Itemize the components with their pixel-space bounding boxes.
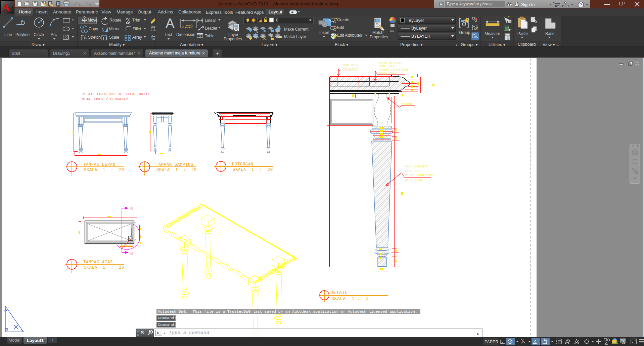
svg-text:ByLayer: ByLayer — [409, 18, 424, 23]
svg-text:A: A — [166, 16, 175, 31]
svg-text:Stretch: Stretch — [88, 35, 101, 40]
svg-text:FLORA FURNITURE: FLORA FURNITURE — [405, 174, 434, 177]
svg-text:Leader: Leader — [205, 26, 217, 31]
svg-text:Circle: Circle — [34, 32, 44, 37]
svg-text:Rotate: Rotate — [109, 18, 122, 23]
svg-text:TOP MEJA: TOP MEJA — [343, 64, 359, 67]
svg-text:ByLayer: ByLayer — [411, 26, 427, 31]
svg-text:!: ! — [624, 342, 625, 344]
svg-text:Fillet: Fillet — [133, 27, 141, 31]
svg-text:Properties: Properties — [224, 37, 242, 41]
svg-text:Arc: Arc — [51, 32, 57, 37]
svg-text:0631-Y03R: 0631-Y03R — [379, 71, 397, 75]
svg-text:DETAIL: DETAIL — [330, 290, 348, 295]
svg-text:Create: Create — [337, 17, 349, 22]
svg-text:MEJA DOSEN / PENGAJAR: MEJA DOSEN / PENGAJAR — [82, 97, 128, 101]
svg-text:Edit Attributes: Edit Attributes — [337, 33, 362, 38]
svg-text:TAMPAK ATAS: TAMPAK ATAS — [83, 260, 113, 265]
svg-text:Layer: Layer — [228, 32, 238, 37]
svg-text:Edit: Edit — [337, 25, 344, 30]
svg-text:Match: Match — [372, 30, 383, 35]
svg-text:?: ? — [580, 2, 582, 7]
svg-text:Group: Group — [459, 30, 470, 35]
svg-text:Polyline: Polyline — [15, 32, 30, 37]
svg-text:SKALA 1 : 2: SKALA 1 : 2 — [331, 296, 369, 301]
svg-text:BYLAYER: BYLAYER — [411, 34, 430, 39]
svg-text:Properties: Properties — [370, 35, 388, 39]
svg-text:Text: Text — [165, 32, 172, 37]
svg-text:SKALA 1 : 20: SKALA 1 : 20 — [156, 168, 197, 172]
svg-text:SKALA 1 : 20: SKALA 1 : 20 — [84, 168, 124, 172]
svg-text:Scale: Scale — [109, 35, 119, 40]
svg-text:B: B — [130, 206, 133, 212]
svg-text:Match Layer: Match Layer — [284, 34, 306, 39]
svg-text:Sign In: Sign In — [521, 2, 535, 7]
svg-text:Array: Array — [132, 35, 142, 40]
svg-text:FIN. CAT: FIN. CAT — [405, 169, 420, 173]
svg-text:TAMPAK SAMPING: TAMPAK SAMPING — [156, 162, 193, 167]
svg-text:SKALA 1 : 20: SKALA 1 : 20 — [233, 167, 273, 172]
svg-text:TEAKWOOD: TEAKWOOD — [343, 68, 359, 71]
svg-text:Table: Table — [205, 34, 215, 38]
svg-text:Mirror: Mirror — [109, 27, 120, 31]
svg-text:Move: Move — [88, 18, 98, 23]
svg-text:Base: Base — [545, 31, 555, 36]
svg-text:Make Current: Make Current — [284, 27, 309, 32]
svg-text:Insert: Insert — [319, 30, 330, 35]
svg-text:2D: 2D — [636, 153, 639, 156]
svg-text:B: B — [130, 251, 133, 256]
svg-text:PAPER: PAPER — [485, 340, 498, 344]
svg-text:Line: Line — [4, 32, 12, 37]
svg-text:Dimension: Dimension — [176, 32, 195, 37]
svg-text:TAMPAK DEPAN: TAMPAK DEPAN — [83, 162, 116, 167]
svg-text:Copy: Copy — [89, 27, 98, 31]
svg-text:POTONGAN: POTONGAN — [232, 162, 254, 167]
svg-text:Measure: Measure — [485, 31, 500, 36]
svg-text:Paste: Paste — [517, 31, 528, 36]
svg-text:0: 0 — [276, 18, 278, 23]
svg-text:SKALA 1 : 20: SKALA 1 : 20 — [84, 265, 124, 270]
svg-text:0631-Y03R: 0631-Y03R — [405, 178, 422, 182]
svg-text:SEKRUB: SEKRUB — [401, 103, 412, 106]
svg-text:Trim: Trim — [132, 18, 140, 23]
svg-text:DETAIL FURNITURE R. KELAS BATI: DETAIL FURNITURE R. KELAS BATIK — [82, 92, 150, 96]
svg-text:KAYU MERANTI: KAYU MERANTI — [405, 165, 428, 168]
svg-text:Linear: Linear — [205, 18, 216, 23]
